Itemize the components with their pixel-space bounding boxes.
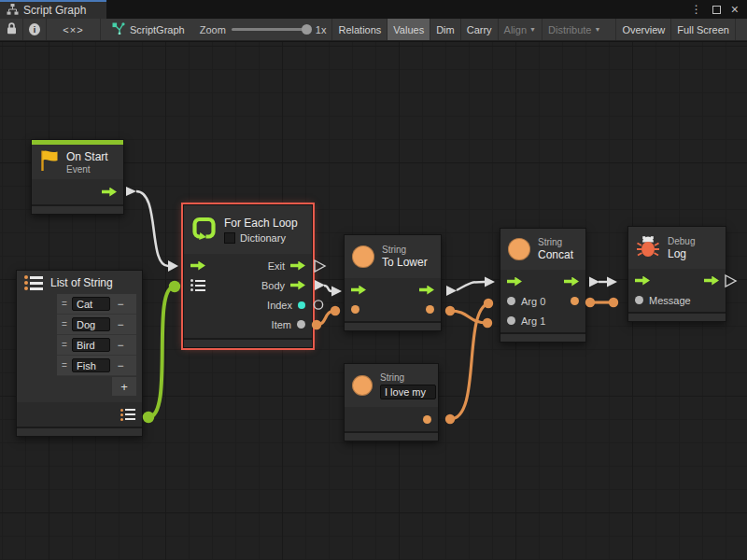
exit-out-port[interactable] bbox=[290, 261, 305, 271]
menu-kebab-icon[interactable]: ⋮ bbox=[691, 3, 702, 16]
drag-handle-icon[interactable]: = bbox=[57, 299, 72, 309]
flow-in-port[interactable] bbox=[507, 277, 522, 287]
remove-item-button[interactable]: − bbox=[110, 298, 131, 311]
dim-button[interactable]: Dim bbox=[430, 19, 460, 40]
list-item-field[interactable] bbox=[72, 297, 110, 311]
remove-item-button[interactable]: − bbox=[110, 359, 131, 372]
lock-button[interactable] bbox=[0, 19, 23, 40]
flow-out-port[interactable] bbox=[419, 286, 434, 295]
arg0-in-port[interactable] bbox=[507, 297, 515, 305]
flow-in-port[interactable] bbox=[190, 261, 205, 271]
message-in-port[interactable] bbox=[635, 296, 643, 304]
zoom-slider[interactable] bbox=[232, 28, 310, 31]
port-label-arg1: Arg 1 bbox=[521, 315, 545, 327]
flag-icon bbox=[39, 148, 59, 175]
wire-list-to-foreach[interactable] bbox=[143, 281, 180, 423]
list-item-field[interactable] bbox=[72, 358, 110, 372]
port-label-index: Index bbox=[267, 300, 292, 311]
port-label-message: Message bbox=[649, 295, 691, 306]
maximize-icon[interactable] bbox=[712, 6, 721, 14]
string-value-field[interactable] bbox=[380, 385, 436, 399]
remove-item-button[interactable]: − bbox=[110, 339, 131, 352]
wire-literal-to-arg0[interactable] bbox=[445, 299, 493, 424]
index-port-hollow-circle[interactable] bbox=[314, 301, 322, 309]
code-icon: <×> bbox=[63, 24, 83, 35]
node-on-start[interactable]: On Start Event bbox=[31, 139, 124, 215]
zoom-slider-handle[interactable] bbox=[302, 24, 312, 35]
node-concat[interactable]: String Concat Arg 0 Arg 1 bbox=[500, 228, 586, 343]
relations-button[interactable]: Relations bbox=[331, 19, 387, 40]
distribute-dropdown[interactable]: Distribute ▼ bbox=[542, 19, 606, 40]
node-to-lower[interactable]: String To Lower bbox=[344, 234, 442, 331]
wire-item-to-tolower[interactable] bbox=[312, 306, 340, 329]
string-out-port[interactable] bbox=[423, 415, 431, 424]
item-out-port[interactable] bbox=[297, 320, 305, 329]
index-out-port[interactable] bbox=[298, 301, 305, 309]
wire-body-to-tolower[interactable] bbox=[315, 280, 342, 297]
node-title: List of String bbox=[50, 276, 113, 289]
wire-onstart-to-foreach[interactable] bbox=[126, 187, 178, 272]
drag-handle-icon[interactable]: = bbox=[57, 319, 72, 329]
node-footer bbox=[345, 321, 441, 330]
list-item-row: = − bbox=[57, 335, 136, 356]
align-dropdown[interactable]: Align ▼ bbox=[498, 19, 542, 40]
info-icon: i bbox=[29, 23, 40, 35]
tab-script-graph[interactable]: Script Graph bbox=[0, 0, 106, 19]
fullscreen-button[interactable]: Full Screen bbox=[670, 19, 736, 40]
flow-in-port[interactable] bbox=[351, 286, 366, 295]
graph-window-icon bbox=[7, 4, 19, 18]
node-type: Debug bbox=[668, 236, 695, 246]
node-footer bbox=[628, 312, 726, 321]
carry-button[interactable]: Carry bbox=[460, 19, 498, 40]
close-icon[interactable]: × bbox=[731, 2, 739, 17]
list-item-field[interactable] bbox=[72, 338, 110, 352]
wire-concat-to-message[interactable] bbox=[585, 298, 618, 307]
wire-tolower-to-concat[interactable] bbox=[446, 277, 495, 297]
graph-name: ScriptGraph bbox=[130, 24, 185, 35]
chevron-down-icon: ▼ bbox=[529, 26, 536, 33]
body-out-port[interactable] bbox=[290, 281, 305, 290]
string-in-port[interactable] bbox=[351, 305, 359, 314]
node-string-literal[interactable]: String bbox=[344, 363, 439, 441]
flow-out-port[interactable] bbox=[704, 276, 719, 286]
list-item-field[interactable] bbox=[72, 317, 110, 331]
list-item-row: = − bbox=[57, 356, 136, 376]
graph-breadcrumb[interactable]: ScriptGraph bbox=[112, 19, 185, 40]
list-out-port[interactable] bbox=[120, 409, 135, 421]
dictionary-checkbox[interactable] bbox=[224, 232, 235, 244]
info-button[interactable]: i bbox=[23, 19, 47, 40]
code-preview-button[interactable]: <×> bbox=[47, 19, 101, 40]
exit-port-hollow-triangle[interactable] bbox=[315, 260, 325, 272]
overview-button[interactable]: Overview bbox=[615, 19, 670, 40]
drag-handle-icon[interactable]: = bbox=[57, 340, 72, 350]
flow-out-port[interactable] bbox=[102, 188, 117, 197]
node-list-of-string[interactable]: List of String = − = − = − bbox=[16, 270, 143, 437]
drag-handle-icon[interactable]: = bbox=[57, 360, 72, 371]
flow-out-port[interactable] bbox=[564, 277, 579, 287]
string-type-icon bbox=[352, 375, 373, 396]
graph-canvas[interactable]: On Start Event List of String = bbox=[0, 42, 747, 560]
node-for-each-loop[interactable]: For Each Loop Dictionary Exit bbox=[183, 204, 313, 348]
wire-tolower-to-arg1[interactable] bbox=[445, 306, 492, 328]
arg1-in-port[interactable] bbox=[507, 316, 515, 325]
list-icon bbox=[24, 275, 43, 290]
result-out-port[interactable] bbox=[571, 297, 579, 305]
node-title: Concat bbox=[538, 248, 573, 261]
list-item-row: = − bbox=[57, 294, 136, 315]
remove-item-button[interactable]: − bbox=[110, 318, 131, 331]
zoom-value: 1x bbox=[316, 24, 327, 35]
graph-toolbar: i <×> ScriptGraph Zoom 1x Relations Valu… bbox=[0, 19, 747, 41]
list-inline-editor: = − = − = − = − bbox=[57, 294, 136, 396]
node-debug-log[interactable]: Debug Log Message bbox=[627, 226, 726, 322]
node-type: String bbox=[382, 245, 428, 255]
add-item-button[interactable]: + bbox=[112, 377, 136, 396]
collection-in-port[interactable] bbox=[190, 279, 205, 291]
values-button[interactable]: Values bbox=[387, 19, 430, 40]
string-out-port[interactable] bbox=[426, 305, 434, 314]
node-title: Log bbox=[668, 247, 695, 260]
flow-in-port[interactable] bbox=[635, 276, 650, 286]
wire-concat-to-log[interactable] bbox=[589, 277, 617, 287]
log-out-hollow-triangle[interactable] bbox=[726, 275, 736, 287]
script-graph-icon bbox=[112, 22, 125, 36]
node-subtitle: Event bbox=[66, 164, 108, 175]
